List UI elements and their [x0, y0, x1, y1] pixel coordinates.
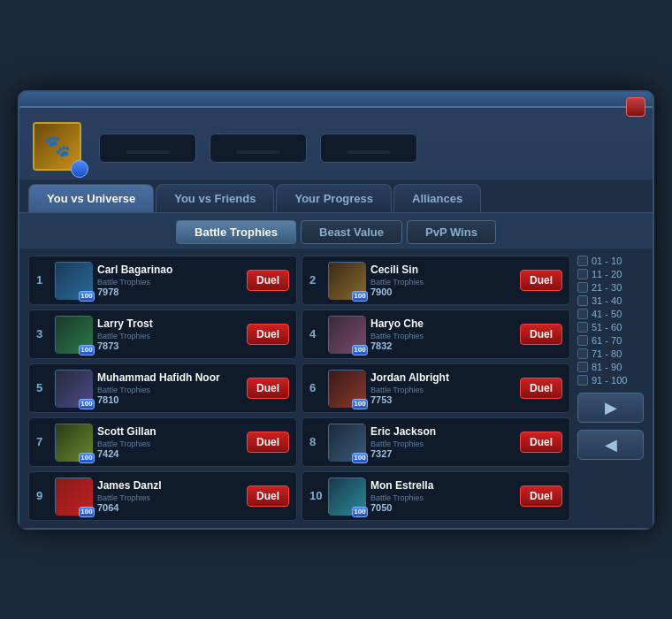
player-stat-value: 7064 — [97, 502, 241, 513]
range-checkbox — [577, 269, 588, 279]
beast-value-stat — [210, 134, 307, 163]
rank-number: 8 — [309, 435, 323, 448]
sub-tab-beast-value[interactable]: Beast Value — [301, 220, 402, 244]
player-name: James Danzl — [97, 479, 241, 492]
range-checkbox — [577, 348, 588, 359]
next-button[interactable]: ▶ — [577, 393, 644, 423]
player-stat-label: Battle Trophies — [97, 439, 241, 448]
player-info: Carl Bagarinao Battle Trophies 7978 — [97, 264, 241, 297]
duel-button[interactable]: Duel — [247, 432, 289, 453]
player-level-badge: 100 — [352, 345, 368, 355]
player-card-1: 1 100 Carl Bagarinao Battle Trophies 797… — [28, 256, 297, 305]
profile-section: 🐾 — [19, 115, 653, 180]
player-stat-label: Battle Trophies — [97, 278, 241, 287]
range-checkbox — [577, 309, 588, 319]
player-avatar: 100 — [328, 262, 365, 299]
range-checkbox — [577, 256, 588, 266]
duel-button[interactable]: Duel — [247, 485, 289, 507]
range-item-7[interactable]: 61 - 70 — [577, 335, 644, 346]
player-avatar: 100 — [328, 478, 365, 515]
duel-button[interactable]: Duel — [520, 485, 562, 507]
range-label: 41 - 50 — [592, 309, 622, 319]
range-label: 91 - 100 — [592, 375, 627, 386]
range-item-3[interactable]: 21 - 30 — [577, 282, 644, 293]
rank-number: 7 — [36, 435, 50, 448]
range-item-1[interactable]: 01 - 10 — [577, 256, 644, 266]
player-info: Cecili Sin Battle Trophies 7900 — [370, 264, 515, 297]
player-card-4: 4 100 Haryo Che Battle Trophies 7832 Due… — [302, 310, 570, 359]
player-name: Haryo Che — [370, 317, 515, 330]
range-label: 51 - 60 — [592, 322, 622, 332]
player-avatar: 100 — [55, 478, 92, 515]
player-name: Cecili Sin — [370, 264, 515, 276]
range-item-2[interactable]: 11 - 20 — [577, 269, 644, 279]
rank-number: 2 — [309, 273, 323, 287]
duel-button[interactable]: Duel — [247, 378, 289, 399]
rank-number: 5 — [36, 381, 50, 394]
player-avatar: 100 — [55, 424, 92, 461]
tab-your-progress[interactable]: Your Progress — [276, 184, 392, 212]
player-avatar: 100 — [55, 316, 92, 353]
player-name: Scott Gillan — [97, 425, 241, 438]
duel-button[interactable]: Duel — [247, 270, 289, 291]
duel-button[interactable]: Duel — [247, 324, 289, 345]
range-checkbox — [577, 362, 588, 372]
duel-button[interactable]: Duel — [520, 324, 562, 345]
range-checkbox — [577, 335, 588, 346]
duel-button[interactable]: Duel — [520, 432, 562, 453]
rank-number: 6 — [309, 381, 323, 394]
range-label: 81 - 90 — [592, 362, 622, 372]
avatar: 🐾 — [33, 122, 86, 175]
player-info: Mon Estrella Battle Trophies 7050 — [370, 479, 515, 513]
player-card-8: 8 100 Eric Jackson Battle Trophies 7327 … — [302, 417, 570, 467]
player-name: Carl Bagarinao — [97, 264, 241, 276]
avatar-level — [71, 160, 88, 178]
tab-alliances[interactable]: Alliances — [393, 184, 481, 212]
range-item-8[interactable]: 71 - 80 — [577, 348, 644, 359]
player-name: Eric Jackson — [370, 425, 515, 438]
player-name: Mon Estrella — [370, 479, 515, 492]
prev-button[interactable]: ◀ — [577, 430, 644, 460]
range-label: 11 - 20 — [592, 269, 622, 279]
sub-tab-battle-trophies[interactable]: Battle Trophies — [176, 220, 296, 244]
player-info: Jordan Albright Battle Trophies 7753 — [370, 371, 515, 405]
range-item-10[interactable]: 91 - 100 — [577, 375, 644, 386]
player-card-6: 6 100 Jordan Albright Battle Trophies 77… — [302, 363, 570, 413]
player-card-9: 9 100 James Danzl Battle Trophies 7064 D… — [28, 471, 297, 521]
rank-number: 3 — [36, 327, 50, 340]
player-level-badge: 100 — [79, 291, 95, 302]
duel-button[interactable]: Duel — [520, 378, 562, 399]
player-card-5: 5 100 Muhammad Hafidh Noor Battle Trophi… — [28, 363, 297, 413]
range-item-5[interactable]: 41 - 50 — [577, 309, 644, 319]
player-level-badge: 100 — [79, 345, 95, 355]
player-stat-label: Battle Trophies — [370, 493, 515, 502]
tab-you-vs-universe[interactable]: You vs Universe — [28, 184, 154, 212]
sub-tab-pvp-wins[interactable]: PvP Wins — [407, 220, 496, 244]
player-card-3: 3 100 Larry Trost Battle Trophies 7873 D… — [28, 310, 297, 359]
duel-button[interactable]: Duel — [520, 270, 562, 291]
player-level-badge: 100 — [352, 507, 368, 517]
rank-number: 4 — [309, 327, 323, 340]
player-info: Scott Gillan Battle Trophies 7424 — [97, 425, 241, 459]
player-stat-value: 7327 — [370, 448, 515, 459]
sidebar: 01 - 10 11 - 20 21 - 30 31 - 40 41 - 50 … — [577, 256, 644, 521]
player-avatar: 100 — [55, 370, 92, 407]
close-button[interactable] — [626, 97, 645, 117]
player-info: Haryo Che Battle Trophies 7832 — [370, 317, 515, 351]
range-label: 31 - 40 — [592, 295, 622, 306]
tab-you-vs-friends[interactable]: You vs Friends — [156, 184, 274, 212]
player-stat-label: Battle Trophies — [370, 386, 515, 394]
modal-header — [19, 92, 653, 108]
player-level-badge: 100 — [79, 453, 95, 463]
range-item-4[interactable]: 31 - 40 — [577, 295, 644, 306]
leaderboard-modal: 🐾 You vs UniverseYou vs FriendsYour Prog… — [18, 90, 654, 530]
range-checkbox — [577, 295, 588, 306]
range-item-6[interactable]: 51 - 60 — [577, 322, 644, 332]
rank-number: 1 — [36, 273, 50, 287]
range-item-9[interactable]: 81 - 90 — [577, 362, 644, 372]
content-area: 1 100 Carl Bagarinao Battle Trophies 797… — [19, 248, 653, 528]
rank-number: 10 — [309, 489, 323, 502]
battle-trophies-value — [126, 150, 170, 154]
sub-tabs-row: Battle TrophiesBeast ValuePvP Wins — [19, 212, 653, 248]
range-label: 21 - 30 — [592, 282, 622, 293]
